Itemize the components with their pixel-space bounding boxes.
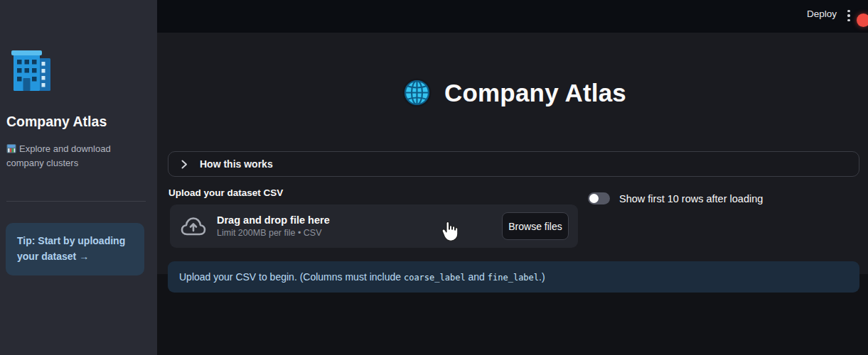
- fine-label-code: fine_label: [488, 273, 539, 283]
- how-this-works-expander[interactable]: How this works: [168, 151, 859, 177]
- sidebar-divider: [6, 201, 146, 202]
- sidebar-tip-banner: Tip: Start by uploading your dataset →: [6, 223, 144, 275]
- expander-label: How this works: [200, 158, 273, 170]
- show-rows-toggle-label: Show first 10 rows after loading: [619, 193, 763, 204]
- show-rows-toggle-row: Show first 10 rows after loading: [588, 192, 763, 204]
- cloud-upload-icon: [181, 215, 206, 237]
- toggle-knob: [589, 194, 599, 203]
- page-title: Company Atlas: [168, 78, 861, 107]
- file-dropzone[interactable]: Drag and drop file here Limit 200MB per …: [170, 204, 578, 248]
- info-text: Upload your CSV to begin. (Columns must …: [179, 271, 545, 283]
- department-store-icon: [6, 143, 16, 153]
- file-uploader-label: Upload your dataset CSV: [168, 187, 283, 198]
- upload-info-banner: Upload your CSV to begin. (Columns must …: [168, 261, 859, 293]
- overflow-menu-icon[interactable]: [844, 9, 854, 22]
- deploy-button[interactable]: Deploy: [807, 9, 837, 19]
- office-building-icon: [10, 47, 52, 92]
- dropzone-instructions: Drag and drop file here Limit 200MB per …: [217, 214, 330, 238]
- app-header-bar: Deploy: [157, 0, 868, 33]
- show-rows-toggle[interactable]: [588, 192, 610, 204]
- main-area: Deploy Company Atlas: [157, 0, 868, 355]
- chevron-right-icon: [181, 160, 188, 169]
- sidebar-description-text: Explore and download company clusters: [6, 143, 111, 168]
- recording-indicator-dot: [857, 13, 868, 27]
- page-title-text: Company Atlas: [444, 79, 626, 107]
- sidebar-description: Explore and download company clusters: [6, 142, 147, 170]
- dropzone-primary-text: Drag and drop file here: [217, 214, 330, 226]
- sidebar-app-title: Company Atlas: [6, 114, 107, 130]
- dropzone-limit-text: Limit 200MB per file • CSV: [217, 228, 330, 238]
- globe-icon: [402, 78, 432, 107]
- content-panel: Company Atlas How this works Upload your…: [157, 33, 868, 274]
- sidebar-tip-text: Tip: Start by uploading your dataset →: [17, 235, 125, 262]
- coarse-label-code: coarse_label: [404, 273, 466, 283]
- sidebar: Company Atlas Explore and download compa…: [0, 0, 157, 355]
- browse-files-button[interactable]: Browse files: [502, 212, 569, 240]
